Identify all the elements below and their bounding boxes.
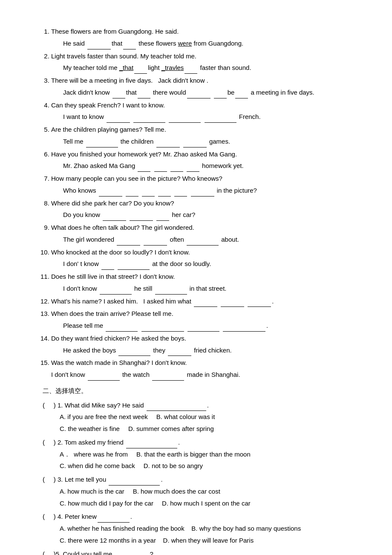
- answer-text: I want to know French.: [51, 111, 358, 123]
- choice-question-3: ( ) 3. Let me tell you . A. how much is …: [43, 474, 358, 509]
- part2-section: 二、选择填空。 ( ) 1. What did Mike say? He sai…: [43, 385, 358, 555]
- list-item: Light travels faster than sound. My teac…: [51, 50, 358, 74]
- question-text: Was the watch made in Shanghai? I don't …: [51, 359, 187, 366]
- question-stem: ( ) 3. Let me tell you .: [43, 476, 163, 483]
- question-text: Does he still live in that street? I don…: [51, 273, 175, 280]
- list-item: Can they speak French? I want to know. I…: [51, 99, 358, 123]
- options-row: A． where was he from B. that the earth i…: [60, 448, 358, 460]
- option-a: A. how much is the car: [60, 486, 124, 497]
- question-stem: ( )5. Could you tell me ?: [43, 550, 153, 555]
- answer-text: I don't know he still in that street.: [51, 283, 358, 295]
- list-item: Was the watch made in Shanghai? I don't …: [51, 357, 358, 381]
- list-item: When does the train arrive? Please tell …: [51, 308, 358, 332]
- answer-text: Do you know her car?: [51, 209, 358, 221]
- option-b: B. that the earth is bigger than the moo…: [136, 448, 251, 460]
- option-c: C. there were 12 months in a year D. whe…: [60, 537, 254, 544]
- question-text: What does he often talk about? The girl …: [51, 224, 194, 231]
- option-c: C. the weather is fine: [60, 423, 120, 435]
- answer-text: Tell me the children games.: [51, 136, 358, 147]
- option-a: A． where was he from: [60, 448, 128, 460]
- part1-list: These flowers are from Guangdong. He sai…: [43, 26, 358, 381]
- option-c: C. when did he come back: [60, 460, 135, 472]
- options-row: A. if you are free the next week B. what…: [60, 411, 358, 423]
- option-a: A. if you are free the next week: [60, 411, 148, 423]
- question-text: Light travels faster than sound. My teac…: [51, 52, 196, 60]
- list-item: Have you finished your homework yet? Mr.…: [51, 148, 358, 172]
- list-item: Where did she park her car? Do you know?…: [51, 197, 358, 221]
- part2-title: 二、选择填空。: [43, 385, 358, 397]
- question-stem: ( ) 2. Tom asked my friend .: [43, 439, 180, 446]
- choice-question-4: ( ) 4. Peter knew. A. whether he has fin…: [43, 511, 358, 546]
- question-text: What's his name? I asked him. I asked hi…: [51, 298, 274, 305]
- question-stem: ( ) 1. What did Mike say? He said .: [43, 402, 209, 409]
- options-row2: C. when did he come back D. not to be so…: [60, 460, 358, 472]
- option-a: A. whether he has finished reading the b…: [60, 525, 301, 532]
- list-item: Do they want fried chicken? He asked the…: [51, 332, 358, 356]
- question-text: There will be a meeting in five days. Ja…: [51, 77, 208, 84]
- option-d: D. summer comes after spring: [128, 423, 214, 435]
- options-row2: C. the weather is fine D. summer comes a…: [60, 423, 358, 435]
- answer-text: I don't know the watch made in Shanghai.: [51, 371, 240, 378]
- answer-text: Please tell me .: [51, 320, 358, 332]
- list-item: What's his name? I asked him. I asked hi…: [51, 295, 358, 307]
- options-row2: C. how much did I pay for the car D. how…: [60, 497, 358, 509]
- exercise-container: These flowers are from Guangdong. He sai…: [43, 26, 358, 555]
- answer-text: I don' t know at the door so loudly.: [51, 258, 358, 270]
- answer-text: My teacher told me _thatlight _travles f…: [51, 62, 358, 74]
- list-item: Who knocked at the door so loudly? I don…: [51, 246, 358, 270]
- question-text: These flowers are from Guangdong. He sai…: [51, 28, 179, 35]
- question-text: Are the children playing games? Tell me.: [51, 126, 166, 133]
- question-text: Who knocked at the door so loudly? I don…: [51, 249, 190, 256]
- answer-text: He said that these flowers were from Gua…: [51, 38, 358, 49]
- answer-text: Mr. Zhao asked Ma Gang homework yet.: [51, 160, 358, 172]
- option-d: D. how much I spent on the car: [162, 497, 251, 509]
- question-text: Have you finished your homework yet? Mr.…: [51, 150, 237, 158]
- list-item: Does he still live in that street? I don…: [51, 271, 358, 295]
- option-c: C. how much did I pay for the car: [60, 497, 153, 509]
- options-block: A. whether he has finished reading the b…: [60, 523, 358, 546]
- options-row: A. how much is the car B. how much does …: [60, 486, 358, 497]
- answer-text: The girl wondered often about.: [51, 234, 358, 246]
- list-item: Are the children playing games? Tell me.…: [51, 124, 358, 147]
- question-text: Do they want fried chicken? He asked the…: [51, 335, 186, 342]
- question-text: How many people can you see in the pictu…: [51, 175, 222, 182]
- option-b: B. what colour was it: [156, 411, 215, 423]
- answer-text: He asked the boys they fried chicken.: [51, 344, 358, 356]
- option-b: B. how much does the car cost: [133, 486, 220, 497]
- choice-question-2: ( ) 2. Tom asked my friend . A． where wa…: [43, 436, 358, 472]
- list-item: What does he often talk about? The girl …: [51, 222, 358, 246]
- list-item: There will be a meeting in five days. Ja…: [51, 75, 358, 98]
- list-item: These flowers are from Guangdong. He sai…: [51, 26, 358, 49]
- answer-text: Jack didn't know that there would be a m…: [51, 87, 358, 98]
- question-text: Can they speak French? I want to know.: [51, 101, 165, 109]
- question-text: When does the train arrive? Please tell …: [51, 310, 173, 317]
- option-d: D. not to be so angry: [144, 460, 203, 472]
- question-stem: ( ) 4. Peter knew.: [43, 513, 132, 520]
- answer-text: Who knows in the picture?: [51, 185, 358, 197]
- question-text: Where did she park her car? Do you know?: [51, 199, 174, 207]
- choice-question-5: ( )5. Could you tell me ?: [43, 548, 358, 555]
- choice-question-1: ( ) 1. What did Mike say? He said . A. i…: [43, 399, 358, 435]
- list-item: How many people can you see in the pictu…: [51, 173, 358, 197]
